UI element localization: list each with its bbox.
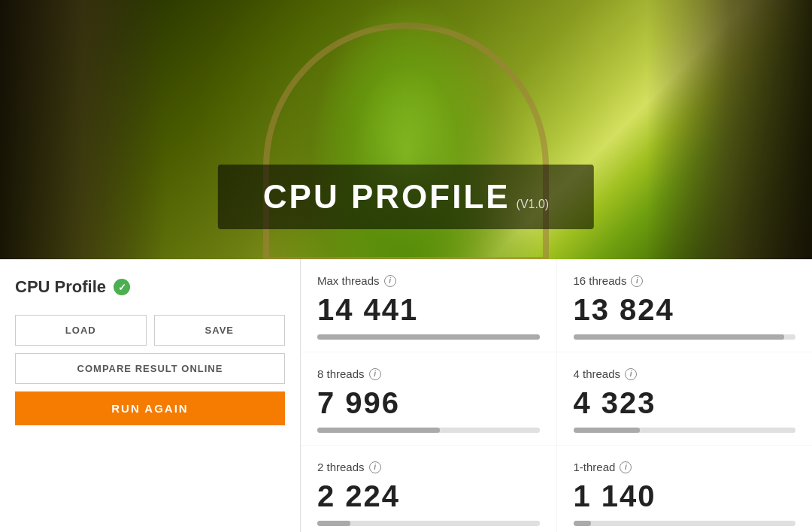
info-icon-16-threads[interactable]: i — [631, 275, 643, 287]
info-icon-1-thread[interactable]: i — [620, 461, 632, 473]
metric-value-2-threads: 2 224 — [317, 479, 540, 513]
check-icon: ✓ — [114, 279, 130, 295]
metric-card-16-threads: 16 threads i 13 824 — [557, 259, 813, 352]
run-again-button[interactable]: RUN AGAIN — [15, 391, 285, 425]
metric-label-2-threads: 2 threads i — [317, 461, 540, 473]
metric-bar-track-8-threads — [317, 428, 540, 433]
metric-value-4-threads: 4 323 — [574, 386, 796, 420]
metric-bar-fill-max-threads — [317, 334, 540, 340]
metric-label-8-threads: 8 threads i — [317, 367, 540, 380]
metric-value-16-threads: 13 824 — [574, 293, 796, 327]
metric-bar-fill-1-thread — [574, 521, 592, 526]
save-button[interactable]: SAVE — [154, 315, 286, 346]
compare-button[interactable]: COMPARE RESULT ONLINE — [15, 353, 285, 384]
info-icon-8-threads[interactable]: i — [369, 368, 381, 380]
metric-bar-track-1-thread — [574, 521, 796, 526]
cpu-profile-header: CPU Profile ✓ — [15, 277, 285, 297]
load-button[interactable]: LOAD — [15, 315, 147, 346]
hero-left-decor — [0, 0, 165, 259]
metric-card-1-thread: 1-thread i 1 140 — [557, 446, 813, 532]
cpu-profile-title: CPU Profile — [15, 277, 106, 297]
metric-label-max-threads: Max threads i — [317, 274, 540, 287]
info-icon-max-threads[interactable]: i — [384, 275, 396, 287]
metric-card-8-threads: 8 threads i 7 996 — [301, 352, 556, 445]
metric-card-max-threads: Max threads i 14 441 — [301, 259, 556, 352]
metric-value-max-threads: 14 441 — [317, 293, 540, 327]
metrics-grid: Max threads i 14 441 16 threads i 13 824… — [301, 259, 812, 532]
metric-bar-fill-2-threads — [317, 521, 350, 526]
metric-bar-track-max-threads — [317, 334, 540, 340]
hero-right-decor — [647, 0, 812, 259]
metric-card-2-threads: 2 threads i 2 224 — [301, 446, 556, 532]
metric-label-4-threads: 4 threads i — [574, 367, 796, 380]
left-panel: CPU Profile ✓ LOAD SAVE COMPARE RESULT O… — [0, 259, 301, 532]
metric-bar-track-16-threads — [574, 334, 796, 340]
metric-bar-fill-16-threads — [574, 334, 785, 340]
hero-version: (V1.0) — [517, 198, 550, 210]
hero-title-container: CPU PROFILE(V1.0) — [218, 165, 594, 229]
info-icon-4-threads[interactable]: i — [625, 368, 637, 380]
metric-bar-track-4-threads — [574, 428, 796, 433]
hero-banner: CPU PROFILE(V1.0) — [0, 0, 812, 259]
metric-label-16-threads: 16 threads i — [574, 274, 796, 287]
info-icon-2-threads[interactable]: i — [369, 461, 381, 473]
metric-bar-track-2-threads — [317, 521, 540, 526]
load-save-row: LOAD SAVE — [15, 315, 285, 346]
metric-bar-fill-8-threads — [317, 428, 440, 433]
metric-value-8-threads: 7 996 — [317, 386, 540, 420]
hero-title: CPU PROFILE — [263, 178, 511, 215]
metric-value-1-thread: 1 140 — [574, 479, 796, 513]
metric-label-1-thread: 1-thread i — [574, 461, 796, 473]
content-area: CPU Profile ✓ LOAD SAVE COMPARE RESULT O… — [0, 259, 812, 532]
metric-card-4-threads: 4 threads i 4 323 — [557, 352, 813, 445]
metric-bar-fill-4-threads — [574, 428, 641, 433]
